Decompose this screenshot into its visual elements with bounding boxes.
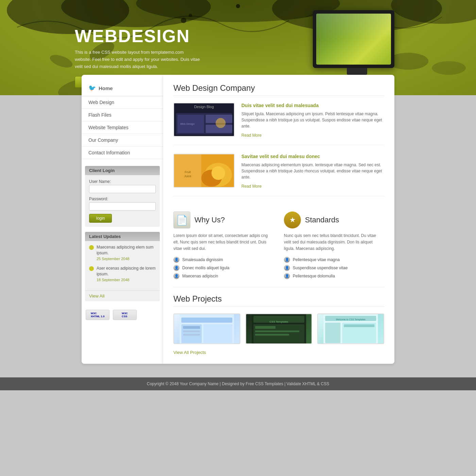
update-item-1: Maecenas adipiscing elem sum ipsum. 25 S… [89, 244, 156, 261]
blog-thumb-2-svg: Fruit Juice [174, 154, 235, 188]
nav-menu: 🐦 Home Web Design Flash Files Website Te… [82, 75, 163, 163]
latest-updates-header: Latest Updates [85, 232, 160, 241]
project-svg-2: CSS Templates [246, 314, 312, 344]
read-more-2[interactable]: Read More [241, 184, 261, 189]
view-all-link[interactable]: View All [85, 290, 160, 301]
updates-content: Maecenas adipiscing elem sum ipsum. 25 S… [85, 241, 160, 290]
svg-rect-45 [325, 323, 341, 343]
why-us-list-icon-1: 👤 [173, 257, 180, 263]
username-input[interactable] [89, 185, 156, 193]
update-dot-2 [89, 266, 94, 271]
password-input[interactable] [89, 202, 156, 210]
svg-text:CSS Templates: CSS Templates [270, 320, 288, 323]
project-thumb-1 [173, 313, 240, 344]
client-login-box: Client Login User Name: Password: login [85, 166, 160, 227]
standards-list-icon-2: 👤 [284, 265, 290, 271]
blog-title-2: Savitae velit sed dui malesu donec [241, 154, 384, 159]
why-us-col: 📄 Why Us? Lorem ipsum dolor sit amet, co… [173, 211, 274, 280]
blog-thumb-1-svg: Design Blog Web Design [174, 103, 234, 137]
standards-list-icon-1: 👤 [284, 257, 290, 263]
sidebar: 🐦 Home Web Design Flash Files Website Te… [82, 75, 163, 364]
client-login-header: Client Login [85, 166, 160, 175]
web-design-company-title: Web Design Company [173, 83, 384, 96]
banner-title: WEBDESIGN [75, 27, 201, 45]
svg-point-20 [216, 118, 225, 128]
blog-text-1: Sliquet lgula. Maecenas adipiscing um ip… [241, 111, 384, 129]
blog-thumb-1: Design Blog Web Design [173, 103, 235, 137]
blog-text-2: Maecenas adipiscing elementum ipsum. len… [241, 162, 384, 180]
svg-rect-48 [344, 324, 375, 327]
update-date-2: 18 September 2048 [97, 278, 130, 282]
password-label: Password: [89, 197, 156, 201]
svg-text:Welcome to CSS Templates: Welcome to CSS Templates [336, 318, 366, 321]
why-us-list-2: 👤 Donec mollis aliquet ligula [173, 264, 274, 272]
footer-text: Copyright © 2048 Your Company Name | Des… [147, 381, 329, 386]
latest-updates-box: Latest Updates Maecenas adipiscing elem … [85, 232, 160, 301]
nav-item-contact[interactable]: Contact Information [82, 147, 163, 159]
read-more-1[interactable]: Read More [241, 133, 261, 138]
standards-list-1: 👤 Pellentesque vitae magna [284, 256, 384, 264]
why-us-list-icon-3: 👤 [173, 273, 180, 279]
nav-item-web-design[interactable]: Web Design [82, 96, 163, 109]
why-us-icon: 📄 [173, 211, 190, 228]
blog-info-2: Savitae velit sed dui malesu donec Maece… [241, 154, 384, 189]
title-design: DESIGN [118, 26, 190, 46]
svg-rect-35 [183, 334, 200, 336]
why-us-standards-section: 📄 Why Us? Lorem ipsum dolor sit amet, co… [173, 205, 384, 287]
svg-rect-30 [181, 318, 232, 323]
home-bird-icon: 🐦 [88, 84, 96, 92]
web-projects-title: Web Projects [173, 294, 384, 307]
project-svg-1 [174, 314, 240, 344]
why-us-title: Why Us? [194, 216, 225, 224]
standards-list-3: 👤 Pellentesque dolomulla [284, 272, 384, 280]
standards-col: ★ Standards Nunc quis sem nec tellus bla… [284, 211, 384, 280]
title-web: WEB [75, 26, 118, 46]
svg-text:Fruit: Fruit [185, 170, 191, 174]
main-content: Web Design Company Design Blog Web Desig… [163, 75, 394, 364]
monitor-graphic [313, 10, 401, 82]
nav-item-flash-files[interactable]: Flash Files [82, 109, 163, 121]
why-us-text: Lorem ipsum dolor sit amet, consectetuer… [173, 233, 274, 252]
svg-text:Web Design: Web Design [180, 122, 194, 125]
monitor-screen [316, 14, 391, 65]
blog-entry-2: Fruit Juice Savitae velit sed dui malesu… [173, 154, 384, 196]
w3c-css-badge: W3CCSS [113, 310, 137, 320]
w3c-xhtml-badge: W3CXHTML 1.0 [86, 310, 109, 320]
blog-thumb-2: Fruit Juice [173, 154, 235, 188]
main-wrapper: 🐦 Home Web Design Flash Files Website Te… [82, 75, 394, 364]
standards-list-icon-3: 👤 [284, 273, 290, 279]
projects-grid: CSS Templates Welcome to CSS Templates [173, 313, 384, 344]
blog-info-1: Duis vitae velit sed dui malesuada Sliqu… [241, 103, 384, 138]
standards-header: ★ Standards [284, 211, 384, 228]
svg-rect-34 [183, 330, 200, 332]
monitor-body [313, 10, 394, 68]
why-us-list-1: 👤 Smalesuada dignissim [173, 256, 274, 264]
why-us-header: 📄 Why Us? [173, 211, 274, 228]
nav-item-website-templates[interactable]: Website Templates [82, 121, 163, 134]
standards-title: Standards [305, 216, 339, 224]
web-projects-section: Web Projects [173, 294, 384, 355]
banner-description: This is a free CSS website layout from t… [75, 49, 201, 70]
svg-rect-33 [183, 326, 200, 329]
svg-point-25 [211, 166, 225, 180]
login-button[interactable]: login [89, 214, 112, 223]
svg-rect-40 [255, 326, 275, 329]
update-dot-1 [89, 245, 94, 250]
username-label: User Name: [89, 179, 156, 184]
svg-text:Juice: Juice [184, 174, 191, 178]
svg-rect-41 [255, 330, 299, 332]
view-all-projects-link[interactable]: View All Projects [173, 350, 206, 355]
svg-rect-32 [203, 324, 232, 343]
why-us-list-3: 👤 Maecenas adipiscin [173, 272, 274, 280]
nav-item-our-company[interactable]: Our Company [82, 134, 163, 147]
badges-row: W3CXHTML 1.0 W3CCSS [82, 305, 163, 325]
why-us-list-icon-2: 👤 [173, 265, 180, 271]
svg-text:Design Blog: Design Blog [194, 105, 214, 109]
standards-list-2: 👤 Suspendisse uspendisse vitae [284, 264, 384, 272]
svg-rect-42 [255, 334, 289, 336]
standards-text: Nunc quis sem nec tellus blandit tincidu… [284, 233, 384, 252]
blog-title-1: Duis vitae velit sed dui malesuada [241, 103, 384, 108]
nav-home-item[interactable]: 🐦 Home [82, 82, 163, 96]
nav-home-label: Home [99, 85, 113, 91]
project-svg-3: Welcome to CSS Templates [318, 314, 384, 344]
